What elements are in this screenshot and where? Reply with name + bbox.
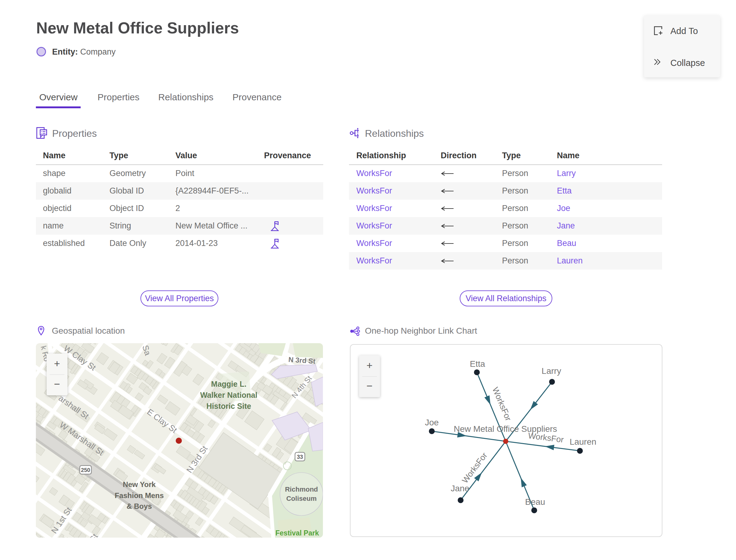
svg-text:Maggie L.: Maggie L. <box>211 380 246 388</box>
svg-text:WorksFor: WorksFor <box>527 431 564 444</box>
svg-text:New York: New York <box>123 480 156 489</box>
svg-text:33: 33 <box>297 454 303 460</box>
svg-text:WorksFor: WorksFor <box>491 386 513 422</box>
svg-text:Beau: Beau <box>525 497 545 507</box>
svg-text:Fashion Mens: Fashion Mens <box>115 491 164 500</box>
svg-text:Larry: Larry <box>542 366 561 376</box>
svg-text:Joe: Joe <box>425 418 439 427</box>
svg-text:& Boys: & Boys <box>127 502 152 510</box>
svg-text:Jane: Jane <box>451 484 470 493</box>
svg-text:Etta: Etta <box>470 359 485 369</box>
svg-text:Historic Site: Historic Site <box>206 402 251 410</box>
svg-text:Walker National: Walker National <box>200 391 258 399</box>
svg-text:Coliseum: Coliseum <box>286 495 316 502</box>
svg-text:250: 250 <box>81 467 90 473</box>
svg-text:Lauren: Lauren <box>569 437 596 447</box>
svg-text:Festival Park: Festival Park <box>275 529 319 537</box>
svg-text:Richmond: Richmond <box>285 485 318 493</box>
